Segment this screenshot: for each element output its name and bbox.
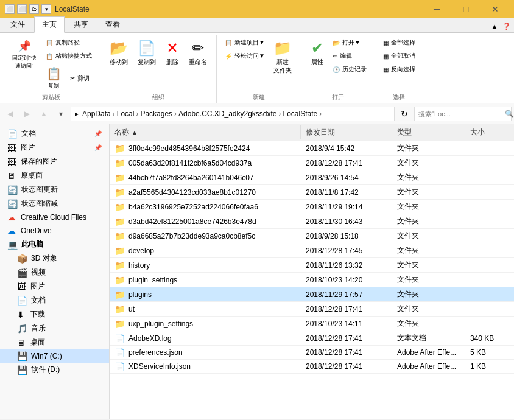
sidebar-item-status-reduce[interactable]: 🔄 状态图缩减 [0,197,109,211]
close-button[interactable]: ✕ [481,0,509,18]
recent-button[interactable]: ▾ [54,107,68,121]
invert-select-button[interactable]: ▦ 反向选择 [380,63,418,75]
tab-file[interactable]: 文件 [2,16,33,32]
col-name[interactable]: 名称 ▲ [110,125,301,139]
table-row[interactable]: 📄 AdobeXD.log 2018/12/28 17:41 文本文档 340 … [110,331,514,346]
table-row[interactable]: 📁 d3abd42ef81225001a8ce7426b3e478d 2018/… [110,214,514,229]
table-row[interactable]: 📁 44bcb7f7a82fd8264ba260141b046c07 2018/… [110,170,514,185]
sidebar-item-documents2[interactable]: 📄 文档 [0,293,109,307]
table-row[interactable]: 📁 b4a62c3196925e7252ad224066fe0faa6 2018… [110,200,514,214]
rename-button[interactable]: ✏ 重命名 [185,37,211,69]
file-icon: 📄 [114,348,125,357]
col-type[interactable]: 类型 [392,125,465,139]
tb-icon-1[interactable]: ⬜ [5,4,15,14]
delete-icon: ✕ [166,40,178,57]
sidebar-label-creative-cloud: Creative Cloud Files [21,213,86,222]
sidebar-item-3d[interactable]: 📦 3D 对象 [0,251,109,265]
sidebar-item-software[interactable]: 💾 软件 (D:) [0,363,109,377]
up-button[interactable]: ▲ [37,107,51,121]
table-row[interactable]: 📁 005da63d20f8141f2cbf6a5d04cd937a 2018/… [110,156,514,170]
sidebar-item-pictures[interactable]: 🖼 图片 📌 [0,141,109,155]
table-row[interactable]: 📁 d9a6685a27b7b23dde93a9ca0cb8ef5c 2018/… [110,229,514,243]
file-cell-name: 📄 AdobeXD.log [110,331,301,345]
table-row[interactable]: 📁 a2af5565d4304123cd033ae8b1c01270 2018/… [110,185,514,200]
tb-icon-2[interactable]: ⬜ [17,4,27,14]
sidebar-item-old-desktop[interactable]: 🖥 原桌面 [0,169,109,183]
maximize-button[interactable]: □ [452,0,480,18]
address-path[interactable]: ▸ AppData › Local › Packages › Adobe.CC.… [71,107,395,121]
delete-button[interactable]: ✕ 删除 [161,37,183,69]
table-row[interactable]: 📁 plugins 2018/11/29 17:57 文件夹 [110,287,514,302]
organize-label: 组织 [105,92,211,103]
table-row[interactable]: 📁 uxp_plugin_settings 2018/10/23 14:11 文… [110,317,514,331]
sidebar-item-status-update[interactable]: 🔄 状态图更新 [0,183,109,197]
minimize-button[interactable]: ─ [423,0,451,18]
win7-icon: 💾 [17,351,27,361]
col-date[interactable]: 修改日期 [301,125,392,139]
file-cell-type: 文件夹 [392,258,465,272]
sidebar-item-video[interactable]: 🎬 视频 [0,265,109,279]
sidebar-item-onedrive[interactable]: ☁ OneDrive [0,224,109,237]
sidebar-item-this-pc[interactable]: 💻 此电脑 [0,237,109,251]
table-row[interactable]: 📄 XDServiceInfo.json 2018/12/28 17:41 Ad… [110,360,514,374]
properties-button[interactable]: ✔ 属性 [306,37,328,69]
tab-home[interactable]: 主页 [34,16,65,33]
table-row[interactable]: 📁 3ff0e4c99ed48543964b8f2575fe2424 2018/… [110,141,514,156]
tb-icon-3[interactable]: 🗁 [29,4,39,14]
sidebar-item-downloads[interactable]: ⬇ 下载 [0,307,109,321]
select-all-button[interactable]: ▦ 全部选择 [380,37,418,49]
copy-to-button[interactable]: 📄 复制到 [133,37,160,69]
file-cell-type: Adobe After Effe... [392,360,465,373]
table-row[interactable]: 📄 preferences.json 2018/12/28 17:41 Adob… [110,346,514,360]
file-cell-size [465,200,514,214]
new-item-button[interactable]: 📋 新建项目▼ [222,37,268,49]
sidebar-label-status-reduce: 状态图缩减 [21,198,58,209]
sidebar-label-status-update: 状态图更新 [21,184,58,195]
software-icon: 💾 [17,365,27,375]
pin-indicator-1: 📌 [94,130,102,137]
easy-access-button[interactable]: ⚡ 轻松访问▼ [222,50,268,62]
documents-icon: 📄 [7,129,18,139]
open-button[interactable]: 📂 打开▼ [329,37,370,49]
cut-button[interactable]: ✂ 剪切 [67,65,93,92]
new-folder-button[interactable]: 📁 新建文件夹 [269,37,296,78]
edit-button[interactable]: ✏ 编辑 [329,50,370,62]
file-name: AdobeXD.log [128,334,172,343]
search-box[interactable]: 🔍 [414,107,512,121]
table-row[interactable]: 📁 plugin_settings 2018/10/23 14:20 文件夹 [110,273,514,287]
saved-pictures-icon: 🖼 [7,157,17,167]
sidebar-item-pictures2[interactable]: 🖼 图片 [0,279,109,293]
refresh-button[interactable]: ↻ [397,107,412,121]
move-to-button[interactable]: 📂 移动到 [105,37,132,69]
table-row[interactable]: 📁 develop 2018/12/28 17:45 文件夹 [110,243,514,258]
deselect-all-button[interactable]: ▦ 全部取消 [380,50,418,62]
sidebar-item-music[interactable]: 🎵 音乐 [0,321,109,335]
tb-icon-4[interactable]: ▾ [41,4,51,14]
ribbon-group-open: ✔ 属性 📂 打开▼ ✏ 编辑 🕒 历史记录 打开 [301,35,375,103]
file-cell-name: 📁 44bcb7f7a82fd8264ba260141b046c07 [110,170,301,184]
file-name: history [128,261,150,270]
sidebar-item-win7[interactable]: 💾 Win7 (C:) [0,349,109,363]
copy-button[interactable]: 📋 复制 [43,65,65,92]
pin-indicator-2: 📌 [94,144,102,151]
back-button[interactable]: ◀ [2,107,17,121]
tab-view[interactable]: 查看 [97,16,128,32]
copy-path-button[interactable]: 📋 复制路径 [43,37,95,49]
help-button[interactable]: ❓ [502,21,512,31]
sidebar-item-saved-pictures[interactable]: 🖼 保存的图片 [0,155,109,169]
forward-button[interactable]: ▶ [19,107,34,121]
sidebar-item-desktop[interactable]: 🖥 桌面 [0,335,109,349]
sidebar-item-creative-cloud[interactable]: ☁ Creative Cloud Files [0,211,109,224]
table-row[interactable]: 📁 ut 2018/12/28 17:41 文件夹 [110,302,514,317]
history-button[interactable]: 🕒 历史记录 [329,63,370,75]
col-size[interactable]: 大小 [465,125,514,139]
file-cell-date: 2018/12/28 17:45 [301,243,392,257]
file-cell-size [465,273,514,287]
sidebar-item-documents[interactable]: 📄 文档 📌 [0,127,109,141]
tab-share[interactable]: 共享 [66,16,96,32]
search-input[interactable] [418,110,502,117]
ribbon-collapse-btn[interactable]: ▲ [490,21,499,31]
table-row[interactable]: 📁 history 2018/11/26 13:32 文件夹 [110,258,514,273]
pin-quick-access-button[interactable]: 📌 固定到"快速访问" [7,37,41,73]
paste-shortcut-button[interactable]: 📋 粘贴快捷方式 [43,50,95,62]
